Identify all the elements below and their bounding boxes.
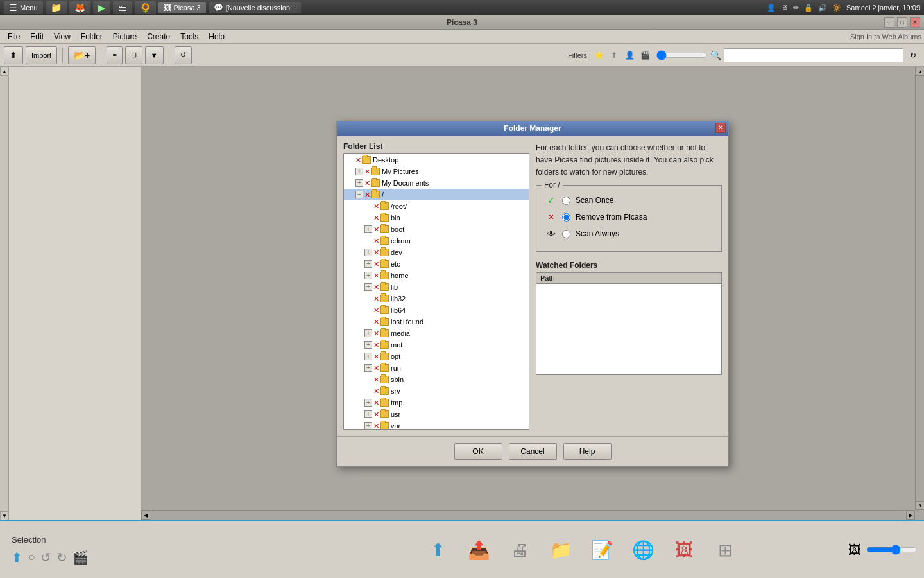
expand-button[interactable]: + [364,272,372,279]
taskbar-picasa[interactable]: 🖼 Picasa 3 [158,2,206,13]
menu-create[interactable]: Create [142,31,175,42]
tree-item[interactable]: ✕bin [344,212,529,223]
taskbar-terminal-icon[interactable]: ▶ [93,1,110,14]
left-scroll-up[interactable]: ▲ [0,67,9,76]
tree-item[interactable]: +✕home [344,270,529,281]
scan-always-label[interactable]: Scan Always [576,229,619,238]
expand-button[interactable]: − [355,191,363,198]
taskbar-app2-icon[interactable]: 🌻 [135,1,156,14]
remove-label[interactable]: Remove from Picasa [576,213,647,222]
tree-item[interactable]: +✕lib [344,281,529,293]
tree-item[interactable]: ✕lib32 [344,293,529,304]
maximize-button[interactable]: □ [897,17,907,28]
bottom-star-icon[interactable]: ○ [28,550,35,565]
tree-item[interactable]: +✕mnt [344,339,529,351]
tree-item[interactable]: −✕/ [344,189,529,200]
import-button[interactable]: Import [26,46,57,64]
tree-item[interactable]: ✕lost+found [344,316,529,328]
tree-item[interactable]: +✕dev [344,247,529,258]
expand-button[interactable]: + [364,283,372,291]
dialog-close-button[interactable]: × [715,123,726,133]
tree-item[interactable]: +✕media [344,328,529,339]
bottom-album-icon[interactable]: 🖼 [669,534,699,565]
menu-button[interactable]: ☰ Menu [4,1,43,14]
left-scroll-down[interactable]: ▼ [0,511,9,520]
menu-folder[interactable]: Folder [76,31,108,42]
taskbar-app-icon[interactable]: 🗃 [113,1,132,14]
scan-once-label[interactable]: Scan Once [576,196,613,205]
bottom-blog-icon[interactable]: 📝 [586,534,617,565]
watched-table[interactable]: Path [536,272,722,375]
taskbar-discussion[interactable]: 💬 [Nouvelle discussion... [209,2,301,13]
tree-item[interactable]: +✕run [344,362,529,374]
tree-item[interactable]: ✕lib64 [344,304,529,316]
remove-radio[interactable] [562,213,570,222]
sort-button[interactable]: ▼ [145,46,164,64]
bottom-upload-icon[interactable]: ⬆ [12,550,22,565]
signin-link[interactable]: Sign In to Web Albums [850,33,921,40]
expand-button[interactable]: + [364,225,372,233]
expand-button[interactable]: + [364,341,372,349]
expand-button[interactable]: + [364,410,372,418]
minimize-button[interactable]: ─ [884,17,894,28]
menu-picture[interactable]: Picture [108,31,142,42]
tree-item[interactable]: ✕/root/ [344,200,529,212]
filter-upload[interactable]: ⬆ [608,49,620,62]
bottom-rotate-icon[interactable]: ↺ [40,550,51,565]
search-input[interactable] [724,48,903,62]
menu-file[interactable]: File [3,31,25,42]
expand-button[interactable]: + [364,260,372,268]
bottom-film-icon[interactable]: 🎬 [73,550,89,565]
list-view-button[interactable]: ≡ [107,46,122,64]
add-folder-button[interactable]: 📂+ [68,46,96,64]
tree-item[interactable]: +✕opt [344,351,529,362]
expand-button[interactable]: + [364,364,372,372]
cancel-button[interactable]: Cancel [509,443,557,460]
expand-button[interactable]: + [355,168,363,175]
tree-item[interactable]: ✕cdrom [344,235,529,247]
tree-item[interactable]: ✕srv [344,385,529,397]
tree-item[interactable]: ✕Desktop [344,154,529,166]
refresh-button[interactable]: ↻ [906,48,920,62]
grid-view-button[interactable]: ⊟ [125,46,142,64]
tree-item[interactable]: +✕usr [344,408,529,420]
filter-star[interactable]: ⭐ [592,49,605,62]
scan-always-radio[interactable] [562,230,570,238]
menu-edit[interactable]: Edit [25,31,49,42]
scan-once-radio[interactable] [562,197,570,205]
menu-view[interactable]: View [49,31,76,42]
bottom-refresh-icon[interactable]: ↻ [56,550,67,565]
expand-button[interactable]: + [364,422,372,430]
filter-video[interactable]: 🎬 [638,49,651,62]
view-size-slider[interactable] [866,545,918,555]
tree-item[interactable]: +✕boot [344,223,529,235]
upload-button[interactable]: ⬆ [4,46,23,64]
tree-item[interactable]: +✕etc [344,258,529,270]
tree-item[interactable]: +✕My Pictures [344,166,529,177]
bottom-web-icon[interactable]: 🌐 [628,534,658,565]
bottom-print-icon[interactable]: 🖨 [504,534,535,565]
back-button[interactable]: ↺ [175,46,192,64]
expand-button[interactable]: + [364,249,372,256]
taskbar-files-icon[interactable]: 📁 [46,1,67,14]
bottom-collage-icon[interactable]: ⊞ [710,534,740,565]
tree-item[interactable]: ✕sbin [344,374,529,385]
folder-tree[interactable]: ✕Desktop+✕My Pictures+✕My Documents−✕/✕/… [343,153,529,430]
help-button[interactable]: Help [563,443,612,460]
taskbar-browser-icon[interactable]: 🦊 [69,1,90,14]
tree-item[interactable]: +✕tmp [344,397,529,408]
thumbnail-icon[interactable]: 🖼 [848,543,861,557]
zoom-slider[interactable] [656,50,708,60]
bottom-share-icon[interactable]: 📤 [463,534,494,565]
close-button[interactable]: × [910,17,920,28]
tree-item[interactable]: +✕My Documents [344,177,529,189]
expand-button[interactable]: + [355,179,363,187]
expand-button[interactable]: + [364,399,372,407]
tree-item[interactable]: +✕var [344,420,529,430]
menu-help[interactable]: Help [203,31,230,42]
expand-button[interactable]: + [364,329,372,337]
filter-person[interactable]: 👤 [623,49,636,62]
expand-button[interactable]: + [364,353,372,360]
menu-tools[interactable]: Tools [175,31,203,42]
bottom-folder-icon[interactable]: 📁 [545,534,576,565]
